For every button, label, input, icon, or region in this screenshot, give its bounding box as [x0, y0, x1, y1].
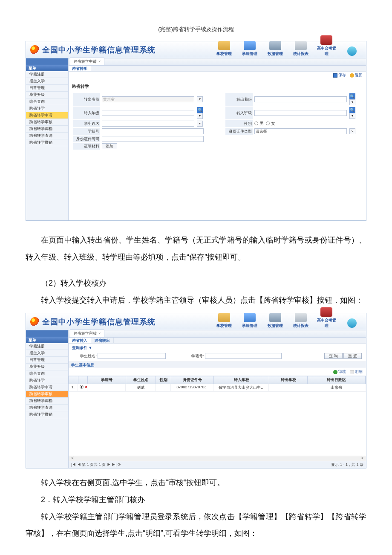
side-item[interactable]: 跨省转学查询: [26, 405, 68, 411]
detail-button[interactable]: 明细: [350, 369, 363, 375]
nav-exam[interactable]: 高中会考管理: [317, 307, 336, 329]
side-item[interactable]: 招生入学: [26, 350, 68, 357]
nav-stats[interactable]: 统计报表: [291, 41, 311, 57]
nav-roll-mgmt[interactable]: 学籍管理: [240, 313, 259, 329]
side-item-audit[interactable]: 跨省转学审核: [26, 391, 68, 398]
table-row[interactable]: 1. ✖ 测试 37082719870703. 镇宁自治县大山乡大山中.. 山东…: [69, 384, 366, 392]
chevron-down-icon[interactable]: ▾: [349, 99, 355, 105]
chevron-down-icon[interactable]: ▾: [197, 96, 203, 102]
nav-stats[interactable]: 统计报表: [291, 313, 311, 329]
main-panel: 跨省转学审核 跨省转入 跨省转出 查询条件 ▼ 学生姓名: 学籍号: 查 询 重…: [69, 330, 366, 468]
nav-school-mgmt[interactable]: 学校管理: [214, 313, 234, 329]
row-radio[interactable]: [80, 385, 84, 389]
chevron-down-icon[interactable]: ▾: [197, 121, 203, 127]
subtab[interactable]: 跨省转学: [69, 66, 91, 71]
chevron-down-icon[interactable]: v: [349, 128, 355, 134]
side-item[interactable]: 综合查询: [26, 98, 68, 105]
back-button[interactable]: 返回: [350, 72, 363, 78]
search-icon[interactable]: [349, 93, 355, 99]
nav-help[interactable]: [342, 46, 362, 57]
pager[interactable]: |◀ ◀ 第 1 页共 1 页 ▶ ▶| ⟳ 显示 1 - 1，共 1 条: [69, 461, 366, 468]
h-scrollbar[interactable]: [69, 456, 366, 461]
audit-button[interactable]: 审核: [333, 369, 346, 375]
sidebar-collapse[interactable]: [26, 58, 68, 65]
paragraph: 转入学校在右侧页面,选中学生，点击“审核”按钮即可。: [26, 474, 366, 491]
side-item[interactable]: 跨省转学查询: [26, 133, 68, 139]
idtype-label: 身份证件类型: [225, 128, 253, 135]
col-idno[interactable]: 身份证件号: [171, 376, 214, 384]
side-item[interactable]: 跨省转学撤销: [26, 139, 68, 146]
side-item[interactable]: 跨省转学审核: [26, 119, 68, 126]
col-out-school[interactable]: 转出学校: [269, 376, 308, 384]
nav-exam[interactable]: 高中会考管理: [317, 35, 336, 57]
side-item[interactable]: 跨省转学: [26, 377, 68, 384]
side-item[interactable]: 综合查询: [26, 370, 68, 377]
tab-audit[interactable]: 跨省转学审核: [70, 330, 104, 337]
sidebar-collapse[interactable]: [26, 330, 68, 337]
in-grade-input[interactable]: [102, 110, 194, 116]
school-icon: [218, 41, 230, 50]
side-item-apply[interactable]: 跨省转学申请: [26, 112, 68, 119]
tab-apply[interactable]: 跨省转学申请: [70, 58, 104, 65]
add-button[interactable]: 添加: [102, 143, 117, 149]
side-item[interactable]: 学籍注册: [26, 343, 68, 350]
filter-toggle[interactable]: 查询条件 ▼: [72, 345, 363, 351]
nav-roll-mgmt[interactable]: 学籍管理: [240, 41, 259, 57]
data-icon: [269, 41, 281, 50]
query-button[interactable]: 查 询: [324, 353, 343, 359]
nav-school-mgmt[interactable]: 学校管理: [214, 41, 234, 57]
nav-data-mgmt[interactable]: 数据管理: [265, 313, 285, 329]
out-county-input[interactable]: [254, 96, 347, 102]
col-name[interactable]: 学生姓名: [126, 376, 156, 384]
cell-sel[interactable]: ✖: [78, 384, 87, 391]
chevron-down-icon[interactable]: ▾: [197, 113, 203, 119]
school-icon: [218, 313, 230, 322]
name-filter-input[interactable]: [98, 353, 166, 359]
side-item[interactable]: 跨省转学: [26, 105, 68, 112]
idno-input[interactable]: [102, 136, 204, 142]
body-text: 在页面中输入转出省份、学生姓名、学籍号（无正式学籍号的输入临时学籍号或身份证件号…: [26, 232, 366, 309]
search-icon[interactable]: [197, 107, 203, 113]
sid-filter-input[interactable]: [205, 353, 282, 359]
col-sid[interactable]: 学籍号: [88, 376, 126, 384]
side-item[interactable]: 跨省转学撤销: [26, 411, 68, 418]
body-text-2: 转入学校在右侧页面,选中学生，点击“审核”按钮即可。 2．转入学校学籍主管部门核…: [26, 474, 366, 542]
chevron-down-icon[interactable]: ▾: [349, 113, 355, 119]
nav-label: 数据管理: [268, 324, 283, 328]
sid-input[interactable]: [102, 128, 204, 134]
stats-icon: [295, 41, 307, 50]
search-icon[interactable]: [349, 107, 355, 113]
side-item[interactable]: 跨省转学调档: [26, 398, 68, 405]
col-sex[interactable]: 性别: [156, 376, 171, 384]
reset-button[interactable]: 重 置: [343, 353, 362, 359]
nav-help[interactable]: [342, 318, 362, 329]
page-title: (完整)跨省转学手续及操作流程: [0, 0, 392, 41]
sid-filter-label: 学籍号:: [180, 353, 204, 359]
side-item[interactable]: 学籍注册: [26, 71, 68, 78]
side-item[interactable]: 日常管理: [26, 357, 68, 364]
side-item[interactable]: 跨省转学调档: [26, 126, 68, 133]
idtype-select[interactable]: 请选择: [254, 128, 347, 134]
pager-left[interactable]: |◀ ◀ 第 1 页共 1 页 ▶ ▶| ⟳: [71, 462, 121, 468]
side-item[interactable]: 毕业升级: [26, 364, 68, 370]
gender-label: 性别: [225, 120, 253, 127]
student-name-input[interactable]: [102, 121, 194, 127]
radio-male[interactable]: [254, 121, 258, 125]
in-class-input[interactable]: [254, 110, 347, 116]
system-title: 全国中小学生学籍信息管理系统: [42, 317, 156, 327]
nav-data-mgmt[interactable]: 数据管理: [265, 41, 285, 57]
side-item[interactable]: 日常管理: [26, 85, 68, 92]
grid-header: 学籍号 学生姓名 性别 身份证件号 转入学校 转出学校 转出行政区: [69, 376, 366, 384]
save-button[interactable]: 保存: [333, 72, 346, 78]
col-in-school[interactable]: 转入学校: [214, 376, 269, 384]
in-class-label: 转入班级: [225, 107, 253, 119]
cell-in-school: 镇宁自治县大山乡大山中..: [213, 384, 269, 391]
subtab-in[interactable]: 跨省转入: [69, 338, 91, 343]
out-prov-input: 贵州省: [102, 96, 194, 102]
side-item[interactable]: 跨省转学申请: [26, 384, 68, 391]
side-item[interactable]: 招生入学: [26, 78, 68, 85]
side-item[interactable]: 毕业升级: [26, 92, 68, 98]
subtab-out[interactable]: 跨省转出: [91, 338, 114, 343]
col-out-area[interactable]: 转出行政区: [308, 376, 366, 384]
radio-female[interactable]: [266, 121, 270, 125]
